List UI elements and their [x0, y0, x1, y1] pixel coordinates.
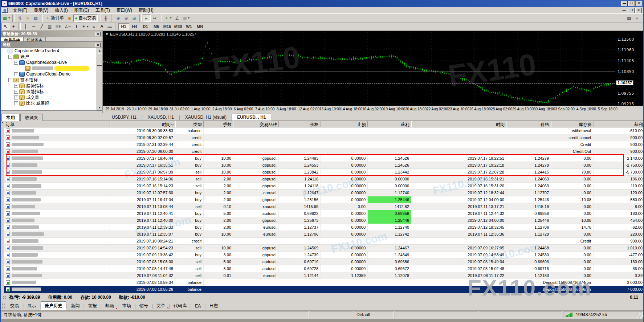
column-header-4[interactable]: 交易品种 [233, 121, 279, 127]
market-watch-tab[interactable]: 即时图表 [23, 37, 46, 42]
terminal-tab-展示[interactable]: 展示 [24, 302, 40, 310]
table-row[interactable]: 2019.07.09 14:54:23sell10.00gbpusd.1.245… [4, 245, 644, 252]
indicator-levels-button[interactable]: ╫ [102, 15, 110, 22]
tree-item[interactable] [1, 65, 102, 71]
terminal-tab-信号[interactable]: 信号 [136, 302, 152, 310]
status-profile[interactable]: Default [354, 311, 394, 318]
terminal-tab-文章[interactable]: 文章5 [153, 302, 169, 310]
terminal-tab-账户历史[interactable]: 账户历史 [41, 301, 66, 310]
table-row[interactable]: 2019.07.16 15:14:23sell2.00gbpusd.1.2411… [4, 183, 644, 189]
terminal-tab-新闻[interactable]: 新闻 [67, 302, 83, 310]
table-row[interactable]: 2019.07.11 12:40:41buy5.00audusd.0.69822… [4, 210, 644, 217]
market-watch-button[interactable]: ▤ [32, 15, 40, 22]
tree-item-func[interactable]: +ƒ比尔 威廉姆 [1, 100, 102, 106]
timeframe-mn[interactable]: MN [195, 23, 205, 30]
table-row[interactable]: 2019.07.17 06:57:39sell10.00gbpusd.1.238… [4, 169, 644, 176]
favorites-button[interactable]: ★ [24, 15, 32, 22]
fibonacci-button[interactable]: ≣F [54, 23, 63, 30]
column-header-0[interactable]: 订单 [4, 121, 110, 127]
table-row[interactable]: 2019.07.17 16:35:51buy10.00gbpusd.1.2455… [4, 162, 644, 169]
terminal-close-icon[interactable]: × [1, 121, 3, 125]
terminal-tab-邮箱[interactable]: 邮箱▾ [102, 302, 118, 310]
tile-windows-button[interactable]: ⊞ [130, 15, 138, 22]
column-header-5[interactable]: 价格 [279, 121, 321, 127]
rectangle-button[interactable]: ▬ [106, 23, 114, 30]
expand-toggle-icon[interactable]: − [8, 78, 12, 82]
column-header-1[interactable]: 时间▽ [110, 121, 175, 127]
terminal-tab-代码库[interactable]: 代码库 [170, 302, 190, 310]
triangle-button[interactable]: ▲ [90, 23, 98, 30]
timeframe-h4[interactable]: H4 [129, 23, 140, 30]
tree-item-func[interactable]: +ƒ成交量 [1, 94, 102, 100]
menu-item[interactable]: 帮助(H) [135, 7, 157, 14]
expand-toggle-icon[interactable]: + [14, 72, 18, 76]
trendline-button[interactable]: ╱ [38, 23, 46, 30]
column-header-10[interactable]: 库存费 [551, 121, 594, 127]
table-row[interactable]: 2019.07.11 12:40:00buy2.00gbpusd.1.25673… [4, 217, 644, 224]
horizontal-line-button[interactable]: ─ [30, 23, 38, 30]
terminal-tab-EA[interactable]: EA [191, 302, 204, 310]
expand-toggle-icon[interactable]: + [14, 90, 18, 94]
search-button[interactable]: ⌕ [633, 15, 641, 22]
menu-item[interactable]: 图表(C) [71, 7, 93, 14]
table-row[interactable]: 2019.07.11 12:39:33buy2.00eurusd.1.12737… [4, 224, 644, 231]
child-minimize-button[interactable]: — [621, 8, 627, 13]
tree-item-func[interactable]: +ƒ震荡指标 [1, 89, 102, 94]
cursor-button[interactable]: ↖ [1, 23, 9, 30]
table-row[interactable]: 2019.07.08 15:03:00sell5.00audusd.0.6971… [4, 258, 644, 265]
table-row[interactable]: 2019.08.30 02:09:57creditcredit cancel-9… [4, 134, 644, 141]
column-header-8[interactable]: 时间 [411, 121, 506, 127]
market-watch-close-icon[interactable]: × [95, 32, 101, 36]
table-row[interactable]: 2019.07.10 00:24:21creditCredit900.00 [4, 238, 644, 245]
timeframe-m30[interactable]: M30 [173, 23, 184, 30]
column-header-3[interactable]: 手数 [204, 121, 233, 127]
add-indicator-button[interactable]: ＋▾ [163, 15, 173, 22]
terminal-tab-交易[interactable]: 交易 [7, 302, 23, 310]
crosshair-button[interactable]: + [9, 23, 17, 30]
table-row[interactable]: 2019.07.08 10:59:34balanceDeposit#158608… [4, 279, 644, 286]
terminal-tab-日志[interactable]: 日志 [205, 302, 221, 310]
table-row[interactable]: 2019.08.30 06:33:53balancewithdrawal-610… [4, 127, 644, 134]
text-button[interactable]: T [72, 23, 80, 30]
column-header-6[interactable]: 止损 [321, 121, 368, 127]
templates-button[interactable]: ▥▾ [181, 15, 191, 22]
zoom-out-button[interactable]: ⊖ [122, 15, 130, 22]
expand-toggle-icon[interactable]: − [8, 55, 12, 59]
data-window-button[interactable]: ◉ [65, 15, 73, 22]
chart-canvas[interactable] [103, 31, 615, 106]
child-close-button[interactable]: ✕ [635, 8, 642, 13]
navigator-tab-active[interactable]: 常用 [1, 114, 20, 122]
column-header-2[interactable]: 类型 [175, 121, 204, 127]
table-row[interactable]: 2019.07.16 15:14:36sell2.00gbpusd.1.2411… [4, 176, 644, 183]
label-button[interactable]: A [98, 23, 106, 30]
menu-item[interactable]: 窗口(W) [113, 7, 135, 14]
table-row[interactable]: 2019.07.08 14:47:48sell3.00audusd.0.6972… [4, 265, 644, 272]
child-restore-button[interactable]: ❐ [628, 8, 635, 13]
auto-scroll-button[interactable]: ▸ [143, 15, 151, 22]
table-row[interactable]: 2019.07.12 07:57:30buy2.00eurusd.1.12647… [4, 189, 644, 196]
table-row[interactable]: 2019.07.11 13:08:44sell0.10xauusd.1415.9… [4, 203, 644, 210]
navigator-close-icon[interactable]: × [95, 43, 101, 47]
tree-item-terminal[interactable]: Capstone MetaTrader4 [1, 48, 102, 54]
market-watch-tab[interactable]: 交易品种 [1, 37, 23, 42]
chart-shift-button[interactable]: ↦ [151, 15, 159, 22]
new-order-button[interactable]: ＋新订单 [44, 15, 65, 22]
close-button[interactable]: ✕ [636, 1, 642, 6]
chart-tab[interactable]: EURUSD. , H1 [232, 114, 271, 121]
menu-item[interactable]: 显示(V) [30, 7, 52, 14]
maximize-button[interactable]: ❐ [628, 1, 635, 6]
table-row[interactable]: 2019.07.08 10:55:26balanceDeposit#158608… [4, 286, 644, 293]
expand-toggle-icon[interactable]: + [14, 95, 18, 99]
column-header-9[interactable]: 价格 [506, 121, 551, 127]
table-row[interactable]: 2019.07.31 02:39:44creditCredit900.00 [4, 141, 644, 148]
autotrading-button[interactable]: ●自动交易 [73, 15, 97, 22]
equidistant-channel-button[interactable]: ▨ [46, 23, 54, 30]
print-button[interactable]: ▤ [625, 15, 633, 22]
chart-tab[interactable]: XAUUSD, H1 [143, 114, 179, 121]
profiles-button[interactable]: ⇅ [16, 15, 24, 22]
terminal-tab-市场[interactable]: 市场 [119, 302, 135, 310]
tree-item-func[interactable]: −ƒ技术指标 [1, 77, 102, 83]
timeframe-m5[interactable]: M5 [151, 23, 162, 30]
timeframe-d1[interactable]: D1 [140, 23, 151, 30]
column-header-11[interactable]: 获利 [594, 121, 644, 127]
